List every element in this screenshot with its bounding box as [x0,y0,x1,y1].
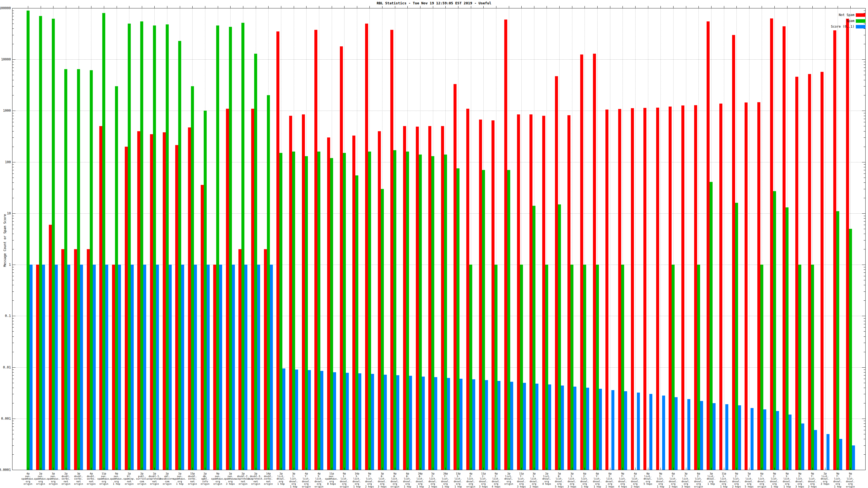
y-tick-major [862,162,865,162]
y-tick-minor [864,439,865,439]
y-tick-label: 100 [0,160,11,164]
x-tick-bottom [521,468,522,470]
x-tick-bottom [711,468,712,470]
y-tick-label: 100000 [0,6,11,10]
x-tick-top [117,6,117,8]
y-tick-minor [864,300,865,301]
y-tick-minor [12,122,14,122]
x-tick-bottom [471,468,471,470]
y-tick-minor [864,267,865,267]
y-tick-minor [864,234,865,234]
x-tick-top [521,6,522,8]
x-tick-bottom [117,468,117,470]
x-tick-top [433,6,433,8]
x-tick-top [79,6,79,8]
x-tick-top [218,6,218,8]
x-tick-top [496,6,496,8]
y-tick-minor [12,336,14,337]
x-tick-top [445,6,446,8]
x-tick-bottom [585,468,585,470]
y-axis-label: Message Count or Spam Score [3,167,7,314]
y-tick-minor [12,434,14,434]
y-tick-major [12,419,16,419]
y-tick-minor [12,300,14,301]
y-tick-minor [12,369,14,370]
x-tick-bottom [91,468,91,470]
x-tick-top [660,6,661,8]
x-tick-bottom [420,468,421,470]
y-tick-minor [12,375,14,376]
y-tick-minor [12,388,14,388]
y-tick-minor [864,229,865,229]
y-tick-minor [12,24,14,24]
x-tick-bottom [547,468,547,470]
x-tick-top [395,6,395,8]
y-tick-minor [864,218,865,219]
y-tick-minor [12,276,14,276]
y-tick-minor [12,285,14,285]
x-tick-top [104,6,104,8]
y-tick-minor [12,20,14,20]
x-tick-top [585,6,585,8]
x-tick-top [243,6,243,8]
x-tick-top [382,6,382,8]
x-tick-bottom [268,468,269,470]
x-tick-bottom [104,468,104,470]
y-tick-label: 10000 [0,58,11,61]
x-tick-top [648,6,648,8]
x-tick-top [420,6,421,8]
x-tick-bottom [774,468,775,470]
y-tick-minor [864,324,865,324]
y-tick-minor [12,173,14,174]
y-tick-major [12,316,16,316]
y-tick-minor [12,229,14,229]
y-tick-minor [864,372,865,372]
x-tick-bottom [281,468,281,470]
y-tick-minor [12,439,14,439]
y-tick-minor [864,240,865,240]
x-tick-top [91,6,91,8]
x-tick-bottom [825,468,826,470]
y-tick-minor [12,126,14,126]
x-tick-top [41,6,41,8]
x-tick-bottom [294,468,294,470]
y-tick-label: 0.01 [0,365,11,369]
y-tick-minor [12,164,14,165]
legend-label: Score (0..1) [784,25,855,29]
x-tick-top [534,6,534,8]
x-tick-bottom [167,468,167,470]
x-tick-bottom [648,468,648,470]
x-tick-bottom [800,468,800,470]
y-tick-minor [12,71,14,71]
y-tick-minor [864,454,865,455]
x-tick-bottom [838,468,838,470]
y-tick-minor [864,285,865,285]
y-tick-minor [864,183,865,183]
legend-label: Not Spam [784,13,855,17]
x-tick-top [357,6,357,8]
x-tick-top [154,6,155,8]
y-tick-minor [12,372,14,372]
y-tick-minor [864,86,865,87]
y-tick-minor [864,167,865,167]
x-tick-top [774,6,775,8]
y-tick-minor [864,272,865,273]
y-tick-minor [12,183,14,183]
y-tick-minor [864,318,865,319]
x-tick-bottom [787,468,787,470]
x-tick-top [610,6,610,8]
y-tick-minor [864,423,865,424]
y-tick-minor [12,216,14,216]
y-tick-minor [864,75,865,75]
y-tick-minor [12,44,14,44]
x-tick-bottom [407,468,408,470]
x-tick-bottom [559,468,560,470]
y-tick-major [862,367,865,368]
y-tick-minor [12,86,14,87]
x-tick-top [167,6,167,8]
y-tick-minor [12,430,14,430]
legend-swatch [856,13,866,17]
y-tick-minor [12,75,14,75]
y-tick-minor [864,216,865,216]
x-tick-bottom [699,468,699,470]
